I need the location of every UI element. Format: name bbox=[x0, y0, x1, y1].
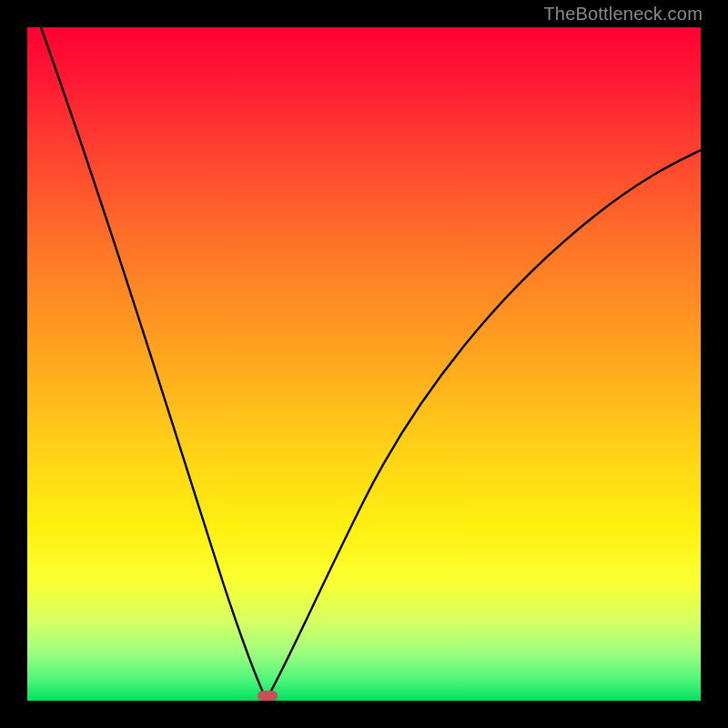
right-branch-curve bbox=[267, 150, 701, 699]
curve-layer bbox=[27, 27, 701, 701]
chart-frame: TheBottleneck.com bbox=[0, 0, 728, 728]
left-branch-curve bbox=[41, 27, 267, 699]
bottleneck-marker bbox=[258, 691, 278, 701]
watermark-text: TheBottleneck.com bbox=[543, 4, 703, 25]
plot-area bbox=[27, 27, 701, 701]
